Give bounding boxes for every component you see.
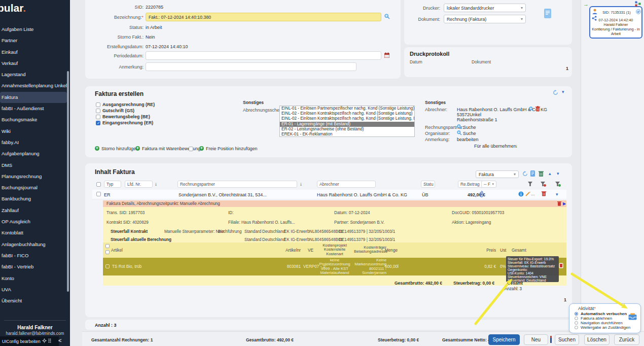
expand-details-icon[interactable]: ▶ [563, 200, 566, 207]
option-navigation-durchfuehren[interactable]: Navigation durchführen [581, 321, 623, 325]
sidebar-item-zahllauf[interactable]: Zahllauf [0, 205, 70, 216]
print-document-icon[interactable] [544, 9, 552, 19]
sidebar-item-planungsrechnung[interactable]: Planungsrechnung [0, 171, 70, 182]
schema-option-selected[interactable]: ER-01 - Lagereingänge (mit Bestand) [280, 122, 414, 127]
sidebar-item-wiki[interactable]: Wiki [0, 126, 70, 137]
select-all-checkbox[interactable] [105, 244, 110, 248]
sidebar-item-dms[interactable]: DMS [0, 160, 70, 171]
col-header-abrechner[interactable]: Abrechner [317, 181, 376, 188]
dokument-select[interactable]: Rechnung (Faktura)▾ [444, 15, 526, 23]
sidebar-item-verkauf[interactable]: Verkauf [0, 58, 70, 69]
col-header-typ[interactable]: Typ [104, 181, 121, 188]
select-all-checkbox[interactable] [96, 182, 101, 187]
edit-icon[interactable] [525, 191, 530, 197]
sidebar-item-bankbuchung[interactable]: Bankbuchung [0, 193, 70, 204]
sidebar-item-uva[interactable]: UVA [0, 284, 70, 295]
schema-option[interactable]: EINL-01 - Einlösen Partnerspezifischer n… [280, 106, 414, 111]
delete-icon[interactable] [542, 191, 546, 197]
sidebar-item-konto[interactable]: Konto [0, 273, 70, 284]
add-icon[interactable]: + [95, 146, 99, 151]
schema-option[interactable]: EINL-02 - Einlösen Kontraktspezifisch na… [280, 116, 414, 121]
chevron-up-icon[interactable]: ▴ [549, 171, 551, 176]
sidebar-item-faktura[interactable]: Faktura [0, 92, 67, 103]
sidebar-scrollbar[interactable] [67, 71, 69, 292]
radio-automatisch-verbuchen[interactable] [575, 312, 578, 316]
filter-add-icon[interactable] [555, 181, 561, 188]
select-all-checkbox[interactable] [105, 250, 110, 254]
copy-icon[interactable] [530, 170, 536, 178]
checkbox-eingangsrechnung[interactable] [96, 121, 100, 125]
arrow-down-icon[interactable]: ↓ [515, 143, 518, 149]
row-checkbox[interactable] [96, 192, 101, 196]
sidebar-item-lagerstand[interactable]: Lagerstand [0, 69, 70, 80]
search-icon[interactable] [384, 14, 390, 20]
storno-hinzufuegen-action[interactable]: Storno hinzufügen [101, 146, 138, 151]
sidebar-item-anlagenbuchhaltung[interactable]: Anlagenbuchhaltung [0, 239, 70, 250]
drag-handle-icon[interactable] [48, 338, 51, 344]
sidebar-item-fabbi-fico[interactable]: fabBI - FICO [0, 250, 70, 261]
collapse-section-icon[interactable]: ▾ [562, 89, 564, 94]
add-icon[interactable]: + [199, 146, 204, 151]
anmerkung-input[interactable] [146, 62, 356, 71]
filter-icon[interactable] [527, 181, 533, 188]
option-weitergabe[interactable]: Weitergabe an Zuständigen [581, 325, 630, 330]
sort-icon[interactable]: ↓ [300, 181, 302, 187]
drucker-select[interactable]: lokaler Standarddrucker▾ [444, 4, 526, 12]
sidebar-collapse-icon[interactable]: < [58, 337, 61, 343]
sidebar-item-aufgabenplanung[interactable]: Aufgabenplanung [0, 148, 70, 159]
sidebar-item-einkauf[interactable]: Einkauf [0, 47, 70, 58]
refresh-icon[interactable] [522, 171, 528, 178]
uiconfig-bar[interactable]: UIConfig bearbeiten [0, 336, 59, 346]
sort-icon[interactable]: ↓ [155, 181, 157, 187]
info-icon[interactable] [518, 191, 524, 198]
delete-icon[interactable] [535, 106, 540, 113]
fuer-alle-uebernehmen-label[interactable]: Für alle übernehmen [474, 144, 516, 149]
schema-option[interactable]: EREK-01 - EK-Reklamation [280, 132, 414, 137]
sidebar-item-fabbi-vertrieb[interactable]: fabBI - Vertrieb [0, 261, 70, 272]
radio-navigation-durchfuehren[interactable] [575, 321, 578, 325]
col-header-filter[interactable]: -- F▾ [481, 181, 496, 188]
neu-button[interactable]: Neu [524, 334, 548, 345]
refresh-icon[interactable] [553, 90, 558, 96]
checkbox-ausgangsrechnung[interactable] [96, 102, 100, 107]
attachment-icon[interactable] [479, 191, 484, 198]
option-automatisch-verbuchen[interactable]: Automatisch verbuchen [581, 312, 627, 316]
speichern-button[interactable]: Speichern [488, 334, 520, 345]
freie-position-action[interactable]: Freie Position hinzufügen [206, 146, 258, 151]
loeschen-button[interactable]: Löschen [584, 334, 610, 345]
schema-option[interactable]: EINL-02 - Einlösen Kontraktspezifisch na… [280, 111, 414, 116]
checkbox-bewertungsbeleg[interactable] [96, 115, 100, 119]
workflow-step-card[interactable]: SID: 7135331 (1) 07-12-2024 14:42:40 Har… [589, 6, 642, 39]
rechnungspartner-suche[interactable]: Suche [463, 125, 476, 130]
sidebar-item-buchungsjournal[interactable]: Buchungsjournal [0, 182, 70, 193]
zurueck-button[interactable]: Zurück [614, 334, 639, 345]
sidebar-item-uebersicht[interactable]: Übersicht [0, 295, 70, 306]
anmerkung-bearbeiten-link[interactable]: bearbeiten [457, 137, 479, 142]
expand-row-icon[interactable]: ▾ [556, 192, 558, 197]
checkbox-warenbewegung[interactable] [189, 147, 193, 151]
artikel-row[interactable]: TS Rot Bio, trüb 803081 VERP07 - 1 keine… [103, 258, 566, 275]
search-icon[interactable] [529, 107, 534, 113]
calendar-icon[interactable] [384, 52, 389, 59]
row-checkbox[interactable] [105, 264, 110, 268]
inbox-icon[interactable] [628, 313, 637, 321]
sidebar-item-buchungsmaske[interactable]: Buchungsmaske [0, 114, 70, 125]
col-header-lfdnr[interactable]: Lfd. Nr. [125, 181, 153, 188]
add-icon[interactable]: + [135, 146, 140, 151]
radio-weitergabe[interactable] [575, 326, 578, 329]
delete-icon[interactable] [559, 263, 563, 269]
radio-faktura-ablehnen[interactable] [575, 317, 578, 320]
sidebar-item-fabby-ai[interactable]: fabby.AI [0, 137, 70, 148]
filter-remove-icon[interactable] [540, 181, 546, 188]
col-header-rechnungspartner[interactable]: Rechnungspartner [177, 181, 297, 188]
chevron-down-icon[interactable]: ▾ [557, 171, 559, 176]
sidebar-item-fabbi-aussendienst[interactable]: fabBI - Außendienst [0, 103, 70, 114]
delete-icon[interactable] [557, 201, 561, 208]
organisator-suche[interactable]: Suche [463, 131, 476, 136]
faktura-view-select[interactable]: Faktura▾ [476, 170, 519, 178]
sidebar-item-op-ausgleich[interactable]: OP Ausgleich [0, 216, 70, 227]
option-faktura-ablehnen[interactable]: Faktura ablehnen [581, 316, 612, 321]
sidebar-item-annahmestellenplanung[interactable]: Annahmestellenplanung Unkel [0, 80, 70, 91]
row-more-actions[interactable]: ... [531, 191, 535, 196]
sidebar-item-kontoblatt[interactable]: Kontoblatt [0, 227, 70, 238]
